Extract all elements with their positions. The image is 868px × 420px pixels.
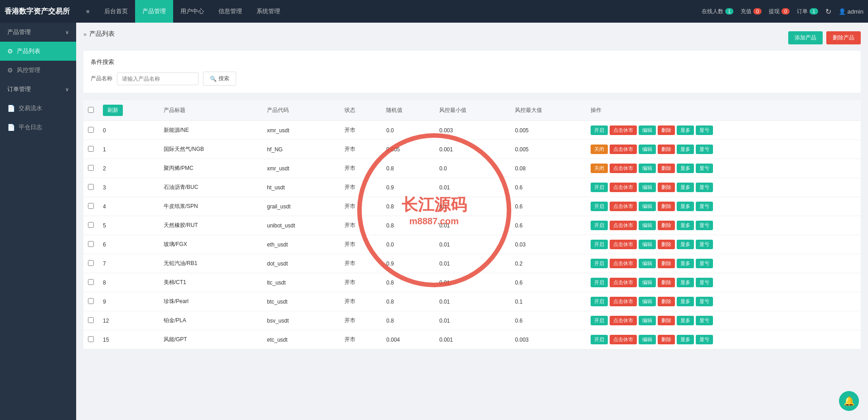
edit-button[interactable]: 编辑 (639, 240, 656, 249)
open-close-button[interactable]: 开启 (591, 297, 608, 306)
suspend-button[interactable]: 点击休市 (610, 335, 637, 344)
refresh-icon[interactable]: ↻ (825, 7, 831, 16)
nav-system[interactable]: 系统管理 (249, 0, 287, 23)
long-button[interactable]: 显多 (677, 126, 694, 135)
long-button[interactable]: 显多 (677, 164, 694, 173)
long-button[interactable]: 显多 (677, 221, 694, 230)
nav-home[interactable]: 后台首页 (97, 0, 135, 23)
delete-row-button[interactable]: 删除 (658, 202, 675, 211)
open-close-button[interactable]: 开启 (591, 202, 608, 211)
sidebar-item-close-log[interactable]: 📄 平仓日志 (0, 118, 76, 137)
open-close-button[interactable]: 关闭 (591, 164, 608, 173)
row-checkbox[interactable] (88, 241, 94, 247)
long-button[interactable]: 显多 (677, 202, 694, 211)
open-close-button[interactable]: 开启 (591, 126, 608, 135)
long-button[interactable]: 显多 (677, 145, 694, 154)
row-checkbox[interactable] (88, 165, 94, 171)
edit-button[interactable]: 编辑 (639, 259, 656, 268)
row-checkbox[interactable] (88, 184, 94, 190)
delete-row-button[interactable]: 删除 (658, 221, 675, 230)
select-all-checkbox[interactable] (88, 107, 94, 113)
row-checkbox[interactable] (88, 279, 94, 285)
suspend-button[interactable]: 点击休市 (610, 221, 637, 230)
long-button[interactable]: 显多 (677, 335, 694, 344)
open-close-button[interactable]: 开启 (591, 316, 608, 325)
row-checkbox[interactable] (88, 146, 94, 152)
short-button[interactable]: 显亏 (696, 221, 713, 230)
delete-row-button[interactable]: 删除 (658, 297, 675, 306)
nav-info[interactable]: 信息管理 (211, 0, 249, 23)
row-checkbox[interactable] (88, 317, 94, 323)
suspend-button[interactable]: 点击休市 (610, 259, 637, 268)
nav-menu-icon[interactable]: ≡ (79, 0, 97, 23)
delete-row-button[interactable]: 删除 (658, 145, 675, 154)
long-button[interactable]: 显多 (677, 278, 694, 287)
suspend-button[interactable]: 点击休市 (610, 145, 637, 154)
delete-product-button[interactable]: 删除产品 (826, 31, 861, 44)
search-input[interactable] (117, 72, 199, 85)
edit-button[interactable]: 编辑 (639, 164, 656, 173)
long-button[interactable]: 显多 (677, 259, 694, 268)
sidebar-group-products[interactable]: 产品管理 ∨ (0, 23, 76, 42)
row-checkbox[interactable] (88, 336, 94, 342)
short-button[interactable]: 显亏 (696, 164, 713, 173)
edit-button[interactable]: 编辑 (639, 145, 656, 154)
long-button[interactable]: 显多 (677, 297, 694, 306)
open-close-button[interactable]: 开启 (591, 221, 608, 230)
edit-button[interactable]: 编辑 (639, 126, 656, 135)
open-close-button[interactable]: 开启 (591, 183, 608, 192)
delete-row-button[interactable]: 删除 (658, 164, 675, 173)
delete-row-button[interactable]: 删除 (658, 259, 675, 268)
edit-button[interactable]: 编辑 (639, 183, 656, 192)
long-button[interactable]: 显多 (677, 240, 694, 249)
open-close-button[interactable]: 关闭 (591, 145, 608, 154)
refresh-button[interactable]: 刷新 (103, 105, 123, 116)
edit-button[interactable]: 编辑 (639, 316, 656, 325)
sidebar-group-orders[interactable]: 订单管理 ∨ (0, 80, 76, 99)
suspend-button[interactable]: 点击休市 (610, 126, 637, 135)
short-button[interactable]: 显亏 (696, 145, 713, 154)
short-button[interactable]: 显亏 (696, 202, 713, 211)
delete-row-button[interactable]: 删除 (658, 335, 675, 344)
short-button[interactable]: 显亏 (696, 240, 713, 249)
edit-button[interactable]: 编辑 (639, 297, 656, 306)
nav-users[interactable]: 用户中心 (173, 0, 211, 23)
suspend-button[interactable]: 点击休市 (610, 202, 637, 211)
sidebar-item-risk-control[interactable]: ⚙ 风控管理 (0, 61, 76, 80)
nav-products[interactable]: 产品管理 (135, 0, 173, 23)
row-checkbox[interactable] (88, 222, 94, 228)
open-close-button[interactable]: 开启 (591, 240, 608, 249)
suspend-button[interactable]: 点击休市 (610, 297, 637, 306)
sidebar-item-trade-flow[interactable]: 📄 交易流水 (0, 99, 76, 118)
suspend-button[interactable]: 点击休市 (610, 316, 637, 325)
short-button[interactable]: 显亏 (696, 183, 713, 192)
short-button[interactable]: 显亏 (696, 316, 713, 325)
edit-button[interactable]: 编辑 (639, 278, 656, 287)
suspend-button[interactable]: 点击休市 (610, 240, 637, 249)
row-checkbox[interactable] (88, 298, 94, 304)
edit-button[interactable]: 编辑 (639, 221, 656, 230)
long-button[interactable]: 显多 (677, 316, 694, 325)
delete-row-button[interactable]: 删除 (658, 240, 675, 249)
short-button[interactable]: 显亏 (696, 126, 713, 135)
short-button[interactable]: 显亏 (696, 259, 713, 268)
suspend-button[interactable]: 点击休市 (610, 183, 637, 192)
open-close-button[interactable]: 开启 (591, 335, 608, 344)
short-button[interactable]: 显亏 (696, 335, 713, 344)
edit-button[interactable]: 编辑 (639, 202, 656, 211)
open-close-button[interactable]: 开启 (591, 259, 608, 268)
short-button[interactable]: 显亏 (696, 278, 713, 287)
short-button[interactable]: 显亏 (696, 297, 713, 306)
delete-row-button[interactable]: 删除 (658, 316, 675, 325)
row-checkbox[interactable] (88, 127, 94, 133)
edit-button[interactable]: 编辑 (639, 335, 656, 344)
long-button[interactable]: 显多 (677, 183, 694, 192)
sidebar-item-product-list[interactable]: ⚙ 产品列表 (0, 42, 76, 61)
add-product-button[interactable]: 添加产品 (788, 31, 823, 44)
row-checkbox[interactable] (88, 260, 94, 266)
search-button[interactable]: 🔍 搜索 (203, 72, 236, 86)
open-close-button[interactable]: 开启 (591, 278, 608, 287)
row-checkbox[interactable] (88, 203, 94, 209)
delete-row-button[interactable]: 删除 (658, 126, 675, 135)
suspend-button[interactable]: 点击休市 (610, 278, 637, 287)
